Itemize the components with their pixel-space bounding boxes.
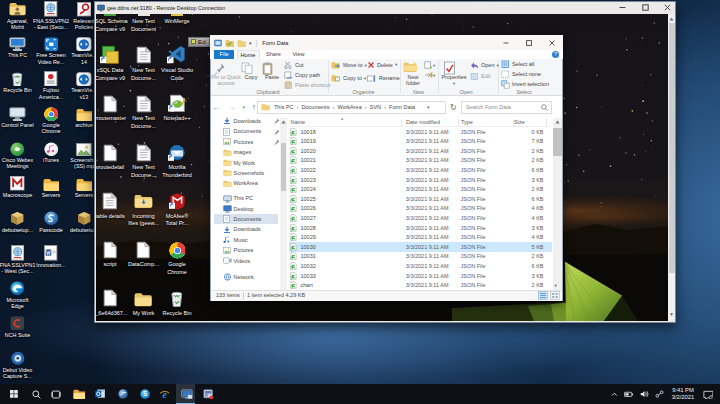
svg-text:e: e bbox=[163, 389, 168, 399]
svg-text:S: S bbox=[143, 390, 147, 397]
